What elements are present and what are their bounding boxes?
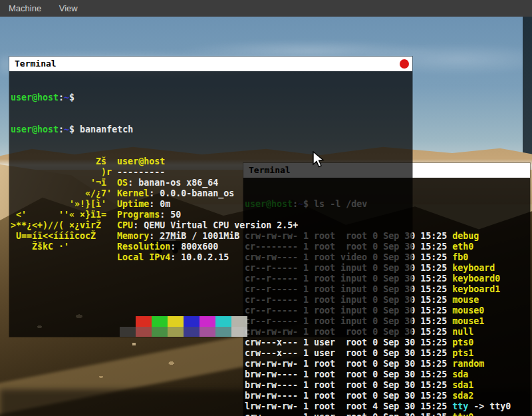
desktop-wallpaper: Terminal user@host:~$ ls -l /dev crw-rw-… bbox=[0, 17, 532, 416]
fetch-line: <' ''« ×}ï1= Programs: 50 bbox=[11, 210, 412, 220]
ls-meta: lrw-rw-rw- 1 root root 4 Sep 30 15:25 bbox=[245, 401, 452, 411]
fetch-label: Memory bbox=[117, 231, 149, 241]
palette-swatch bbox=[200, 327, 215, 337]
ls-filename: tty bbox=[452, 401, 468, 411]
ascii-art bbox=[11, 252, 117, 262]
photo-edge-strip bbox=[523, 17, 532, 168]
menu-item-view[interactable]: View bbox=[59, 0, 78, 17]
fetch-label: Local IPv4 bbox=[117, 252, 170, 262]
fetch-line: >**¿<+)//( ×¿vîrŽ CPU: QEMU Virtual CPU … bbox=[11, 220, 412, 231]
palette-swatch bbox=[231, 327, 247, 337]
ls-filename: random bbox=[452, 359, 484, 369]
palette-swatch bbox=[231, 316, 247, 327]
palette-swatch bbox=[184, 327, 200, 337]
ascii-art: «/¿7' bbox=[11, 188, 117, 198]
palette-swatch bbox=[215, 327, 231, 337]
ls-row: crw-rw-rw- 1 root root 0 Sep 30 15:25 ra… bbox=[245, 359, 530, 369]
palette-swatch bbox=[152, 316, 168, 327]
fetch-label: CPU bbox=[117, 220, 133, 230]
fetch-line: )r --------- bbox=[11, 167, 412, 178]
menu-bar: Machine View bbox=[0, 0, 532, 17]
palette-row bbox=[120, 316, 412, 327]
ls-meta: crw------- 1 user root 0 Sep 30 15:25 bbox=[245, 412, 452, 416]
fetch-value: : 50 bbox=[160, 210, 181, 220]
palette-swatch bbox=[136, 316, 152, 327]
palette-swatch bbox=[120, 316, 136, 327]
palette-swatch bbox=[200, 316, 215, 327]
fetch-label: Uptime bbox=[117, 199, 149, 209]
fetch-value: : banan-os x86_64 bbox=[128, 178, 218, 188]
fetch-value: : QEMU Virtual CPU version 2.5+ bbox=[133, 220, 298, 230]
prompt-path: ~ bbox=[64, 93, 69, 103]
command-text: bananfetch bbox=[80, 124, 133, 134]
ls-filename: keyboard0 bbox=[452, 274, 500, 284]
ls-meta: crw---x--- 1 user root 0 Sep 30 15:25 bbox=[245, 348, 452, 358]
prompt-path: ~ bbox=[64, 124, 69, 134]
ls-meta: crw---x--- 1 user root 0 Sep 30 15:25 bbox=[245, 337, 452, 347]
terminal-line: user@host:~$ bananfetch bbox=[11, 124, 412, 135]
terminal-front-content[interactable]: user@host:~$ user@host:~$ bananfetch Zš … bbox=[9, 71, 412, 337]
fetch-line: '»!}[ì' Uptime: 0m bbox=[11, 199, 412, 210]
palette-swatch bbox=[120, 327, 136, 337]
fetch-label: Programs bbox=[117, 210, 160, 220]
prompt-dollar: $ bbox=[69, 124, 80, 134]
shell-prompt: user@host:~$ bbox=[11, 124, 80, 134]
ls-row: brw-rw---- 1 root root 0 Sep 30 15:25 sd… bbox=[245, 391, 530, 401]
ascii-art: <' ''« ×}ï1= bbox=[11, 210, 117, 220]
ls-filename: tty0 bbox=[452, 412, 473, 416]
terminal-front-titlebar[interactable]: Terminal bbox=[9, 57, 412, 71]
fetch-title: user@host bbox=[117, 156, 165, 166]
palette-swatch bbox=[152, 327, 168, 337]
prompt-dollar: $ bbox=[69, 93, 80, 103]
prompt-colon: : bbox=[59, 93, 64, 103]
ls-meta: brw-rw---- 1 root root 0 Sep 30 15:25 bbox=[245, 380, 452, 390]
fetch-output: Zš user@host )r --------- '¬ï OS: banan-… bbox=[11, 156, 412, 263]
blank-line bbox=[11, 284, 412, 295]
ls-filename: null bbox=[452, 327, 473, 337]
ascii-art: >**¿<+)//( ×¿vîrŽ bbox=[11, 220, 117, 230]
ls-meta: brw-rw---- 1 root root 0 Sep 30 15:25 bbox=[245, 391, 452, 401]
fetch-label: OS bbox=[117, 178, 128, 188]
ascii-art: ŽškC ·' bbox=[11, 242, 117, 252]
fetch-line: '¬ï OS: banan-os x86_64 bbox=[11, 178, 412, 188]
menu-item-machine[interactable]: Machine bbox=[9, 0, 41, 17]
prompt-user: user@host bbox=[11, 93, 59, 103]
palette-swatch bbox=[136, 327, 152, 337]
ls-filename: pts0 bbox=[452, 337, 473, 347]
ascii-art: U==íï<<íííîcocŽ bbox=[11, 231, 117, 241]
fetch-value: : 0.0.0-banan_os bbox=[149, 188, 234, 198]
ls-filename: mouse0 bbox=[452, 306, 484, 315]
close-button[interactable] bbox=[400, 59, 409, 69]
terminal-window-front: Terminal user@host:~$ user@host:~$ banan… bbox=[9, 57, 412, 337]
ls-row: lrw-rw-rw- 1 root root 4 Sep 30 15:25 tt… bbox=[245, 401, 530, 412]
ls-filename: debug bbox=[452, 231, 479, 241]
palette-swatch bbox=[184, 316, 200, 327]
ls-row: crw------- 1 user root 0 Sep 30 15:25 tt… bbox=[245, 412, 530, 416]
ascii-art: )r bbox=[11, 167, 117, 177]
ls-row: brw-rw---- 1 root root 0 Sep 30 15:25 sd… bbox=[245, 380, 530, 391]
ascii-art: '»!}[ì' bbox=[11, 199, 117, 209]
fetch-value: : 0m bbox=[149, 199, 170, 209]
fetch-line: «/¿7' Kernel: 0.0.0-banan_os bbox=[11, 188, 412, 199]
fetch-label: Resolution bbox=[117, 242, 170, 252]
ls-filename: sda2 bbox=[452, 391, 473, 401]
fetch-line: Local IPv4: 10.0.2.15 bbox=[11, 252, 412, 263]
terminal-line: user@host:~$ bbox=[11, 93, 412, 103]
fetch-separator: --------- bbox=[117, 167, 165, 177]
ls-filename: mouse1 bbox=[452, 316, 484, 326]
ls-filename: eth0 bbox=[452, 242, 473, 252]
palette-row bbox=[120, 327, 412, 337]
ls-link-target: -> tty0 bbox=[468, 401, 511, 411]
fetch-value: : 10.0.2.15 bbox=[170, 252, 229, 262]
ls-meta: brw-rw---- 1 root root 0 Sep 30 15:25 bbox=[245, 369, 452, 379]
terminal-front-title: Terminal bbox=[15, 59, 57, 69]
ls-row: brw-rw---- 1 root root 0 Sep 30 15:25 sd… bbox=[245, 369, 530, 380]
ls-filename: pts1 bbox=[452, 348, 473, 358]
ls-filename: sda bbox=[452, 369, 468, 379]
prompt-colon: : bbox=[59, 124, 64, 134]
ls-meta: crw-rw-rw- 1 root root 0 Sep 30 15:25 bbox=[245, 359, 452, 369]
shell-prompt: user@host:~$ bbox=[11, 93, 80, 103]
color-palette bbox=[11, 316, 412, 337]
palette-swatch bbox=[168, 327, 184, 337]
ls-row: crw---x--- 1 user root 0 Sep 30 15:25 pt… bbox=[245, 337, 530, 348]
